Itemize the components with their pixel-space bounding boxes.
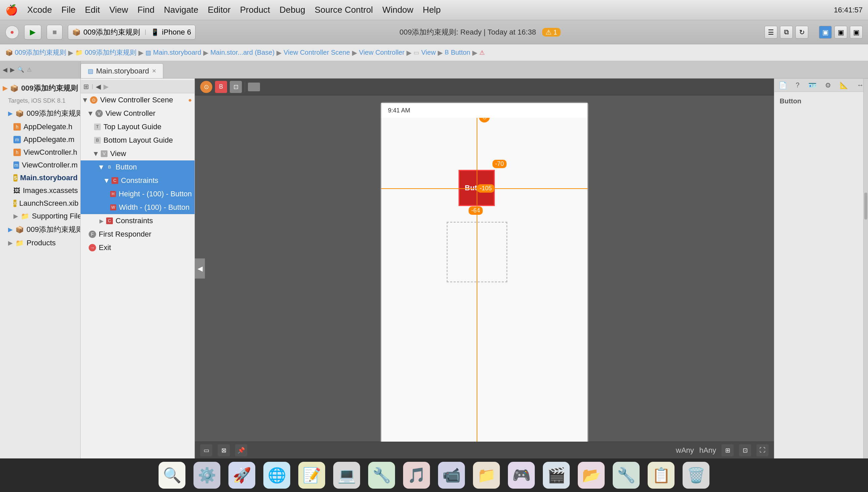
sidebar-tests-item[interactable]: ▶ 📦 009添加约束规则Tests bbox=[0, 222, 80, 237]
sidebar-main-storyboard[interactable]: S Main.storyboard bbox=[0, 172, 80, 184]
window-menu[interactable]: Window bbox=[382, 5, 413, 15]
scheme-selector[interactable]: 📦 009添加约束规则 ｜ 📱 iPhone 6 bbox=[68, 25, 195, 40]
canvas-bottom-fit-icon[interactable]: ⊡ bbox=[739, 444, 751, 457]
dock-system-prefs[interactable]: ⚙️ bbox=[193, 462, 220, 489]
editor-mode-assistant[interactable]: ⧉ bbox=[780, 26, 793, 39]
dock-textedit[interactable]: 📝 bbox=[298, 462, 325, 489]
canvas-nav-arrow[interactable]: ◀ bbox=[195, 259, 205, 278]
canvas-bottom-pin-icon[interactable]: 📌 bbox=[235, 444, 247, 457]
outline-nav-back[interactable]: ◀ bbox=[96, 82, 101, 91]
dock-notes[interactable]: 📋 bbox=[648, 462, 675, 489]
inspector-tab-file[interactable]: 📄 bbox=[779, 81, 787, 89]
inspector-tab-identity[interactable]: 🪪 bbox=[808, 81, 817, 89]
dock-safari[interactable]: 🌐 bbox=[263, 462, 290, 489]
canvas-bottom-fullscreen-icon[interactable]: ⛶ bbox=[756, 444, 769, 457]
canvas-tool-1[interactable]: ⊙ bbox=[200, 81, 212, 93]
source-control-menu[interactable]: Source Control bbox=[315, 5, 373, 15]
editor-mode-version[interactable]: ↻ bbox=[795, 26, 808, 39]
outline-first-responder[interactable]: F First Responder bbox=[80, 227, 194, 241]
outline-button[interactable]: ▶ B Button bbox=[80, 161, 194, 174]
breadcrumb-storyboard[interactable]: Main.storyboard bbox=[153, 49, 201, 56]
dock-itunes[interactable]: 🎵 bbox=[403, 462, 430, 489]
outline-height-constraint[interactable]: H Height - (100) - Button bbox=[80, 187, 194, 201]
sidebar-supporting-files[interactable]: ▶ 📁 Supporting Files bbox=[0, 210, 80, 222]
inspector-tab-connections[interactable]: ↔ bbox=[857, 81, 864, 89]
sidebar-images-xcassets[interactable]: 🖼 Images.xcassets bbox=[0, 184, 80, 197]
sidebar-appdelegate-h[interactable]: h AppDelegate.h bbox=[0, 121, 80, 133]
dock-facetime[interactable]: 📹 bbox=[438, 462, 465, 489]
sidebar-viewcontroller-h[interactable]: h ViewController.h bbox=[0, 146, 80, 159]
dock-quicktime[interactable]: 🎬 bbox=[543, 462, 570, 489]
breadcrumb-vc[interactable]: View Controller bbox=[359, 49, 404, 56]
canvas-bottom-zoom-icon[interactable]: ⊞ bbox=[722, 444, 734, 457]
outline-top-layout-guide[interactable]: T Top Layout Guide bbox=[80, 120, 194, 133]
breadcrumb-base[interactable]: Main.stor...ard (Base) bbox=[210, 49, 275, 56]
outline-view[interactable]: ▶ V View bbox=[80, 147, 194, 161]
dock-trash[interactable]: 🗑️ bbox=[683, 462, 709, 489]
inspector-tab-size[interactable]: 📐 bbox=[840, 81, 848, 89]
breadcrumb-vc-scene[interactable]: View Controller Scene bbox=[283, 49, 350, 56]
sidebar-appdelegate-m[interactable]: m AppDelegate.m bbox=[0, 133, 80, 146]
dock-files[interactable]: 📁 bbox=[473, 462, 500, 489]
sidebar-products[interactable]: ▶ 📁 Products bbox=[0, 237, 80, 249]
view-toggle-center[interactable]: ▣ bbox=[835, 26, 847, 39]
product-menu[interactable]: Product bbox=[240, 5, 270, 15]
outline-constraints-button[interactable]: ▶ C Constraints bbox=[80, 174, 194, 187]
outline-view-controller[interactable]: ▶ V View Controller bbox=[80, 107, 194, 120]
top-layout-icon: T bbox=[94, 123, 101, 130]
sidebar-launchscreen-xib[interactable]: X LaunchScreen.xib bbox=[0, 197, 80, 210]
dock-terminal[interactable]: 💻 bbox=[333, 462, 360, 489]
view-toggle-left[interactable]: ▣ bbox=[819, 26, 832, 39]
device-width-badge[interactable] bbox=[248, 82, 260, 91]
find-menu[interactable]: Find bbox=[137, 5, 155, 15]
edit-menu[interactable]: Edit bbox=[85, 5, 100, 15]
dock-game[interactable]: 🎮 bbox=[508, 462, 535, 489]
run-button[interactable]: ▶ bbox=[24, 25, 41, 40]
canvas-bottom-layout-icon[interactable]: ▭ bbox=[200, 444, 212, 457]
outline-layout-icon[interactable]: ⊞ bbox=[83, 82, 89, 91]
assets-icon: 🖼 bbox=[14, 187, 20, 195]
canvas-tool-3[interactable]: ⊡ bbox=[230, 81, 242, 93]
outline-vc-scene[interactable]: ▶ ⊙ View Controller Scene ● bbox=[80, 93, 194, 107]
xcode-menu[interactable]: Xcode bbox=[27, 5, 52, 15]
stop-button[interactable]: ■ bbox=[47, 25, 63, 40]
outline-constraints-view[interactable]: ▶ C Constraints bbox=[80, 214, 194, 227]
window-control-close[interactable]: ● bbox=[5, 25, 19, 39]
apple-menu[interactable]: 🍎 bbox=[5, 4, 18, 16]
sidebar-viewcontroller-m[interactable]: m ViewController.m bbox=[0, 159, 80, 172]
outline-width-constraint[interactable]: W Width - (100) - Button bbox=[80, 201, 194, 214]
outline-nav-forward[interactable]: ▶ bbox=[103, 82, 109, 91]
tab-main-storyboard[interactable]: ▨ Main.storyboard ✕ bbox=[80, 64, 163, 78]
nav-back[interactable]: ◀ bbox=[3, 66, 7, 74]
dock-finder[interactable]: 🔍 bbox=[159, 462, 185, 489]
breadcrumb-view[interactable]: View bbox=[421, 49, 436, 56]
search-icon[interactable]: 🔍 bbox=[18, 67, 24, 73]
editor-mode-standard[interactable]: ☰ bbox=[765, 26, 777, 39]
dock-launchpad[interactable]: 🚀 bbox=[229, 462, 255, 489]
breadcrumb-project[interactable]: 009添加约束规则 bbox=[15, 48, 66, 57]
breadcrumb-button[interactable]: Button bbox=[451, 49, 470, 56]
help-menu[interactable]: Help bbox=[423, 5, 441, 15]
file-menu[interactable]: File bbox=[62, 5, 76, 15]
sidebar-project-item[interactable]: ▶ 📦 009添加约束规则 bbox=[0, 106, 80, 121]
inspector-tab-quick-help[interactable]: ? bbox=[796, 81, 799, 89]
debug-menu[interactable]: Debug bbox=[280, 5, 305, 15]
editor-menu[interactable]: Editor bbox=[208, 5, 231, 15]
dock-instruments[interactable]: 🔧 bbox=[613, 462, 639, 489]
tab-close-icon[interactable]: ✕ bbox=[152, 68, 156, 74]
navigate-menu[interactable]: Navigate bbox=[164, 5, 198, 15]
breadcrumb-folder[interactable]: 009添加约束规则 bbox=[85, 48, 136, 57]
outline-exit[interactable]: → Exit bbox=[80, 241, 194, 254]
filter-icon[interactable]: ⚠ bbox=[27, 67, 31, 73]
view-menu[interactable]: View bbox=[109, 5, 128, 15]
outline-bottom-layout-guide[interactable]: B Bottom Layout Guide bbox=[80, 133, 194, 147]
first-responder-icon: F bbox=[89, 230, 96, 238]
canvas-bottom-constraints-icon[interactable]: ⊠ bbox=[218, 444, 230, 457]
inspector-tab-attributes[interactable]: ⚙ bbox=[825, 81, 831, 89]
dock-xcode[interactable]: 🔧 bbox=[368, 462, 395, 489]
view-toggle-right[interactable]: ▣ bbox=[850, 26, 863, 39]
dock-filezilla[interactable]: 📂 bbox=[578, 462, 605, 489]
canvas-tool-2[interactable]: B bbox=[215, 81, 227, 93]
products-folder-icon: ▶ bbox=[8, 239, 13, 247]
nav-forward[interactable]: ▶ bbox=[10, 66, 15, 74]
